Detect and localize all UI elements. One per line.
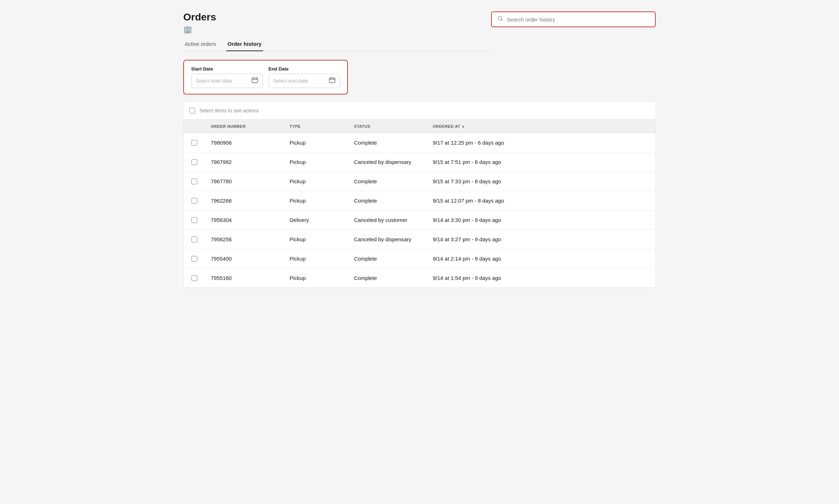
end-date-placeholder: Select end date [273, 78, 308, 84]
th-order-number: ORDER NUMBER [205, 124, 284, 129]
row-checkbox-cell [184, 237, 205, 242]
order-number: 7980906 [205, 140, 284, 146]
end-date-label: End Date [268, 66, 340, 72]
date-filter-container: Start Date Select start date End Date Se… [183, 60, 348, 94]
table-row[interactable]: 7955160 Pickup Complete 9/14 at 1:54 pm … [184, 268, 655, 288]
row-checkbox-cell [184, 256, 205, 262]
select-all-checkbox[interactable] [189, 108, 195, 113]
order-type: Pickup [284, 256, 348, 262]
th-status: STATUS [348, 124, 427, 129]
search-icon [498, 16, 503, 23]
order-date: 9/17 at 12:25 pm - 6 days ago [427, 140, 655, 146]
table-row[interactable]: 7980906 Pickup Complete 9/17 at 12:25 pm… [184, 133, 655, 152]
row-checkbox[interactable] [191, 140, 197, 146]
order-number: 7955400 [205, 256, 284, 262]
actions-row: Select items to see actions [183, 102, 656, 120]
row-checkbox[interactable] [191, 256, 197, 262]
order-date: 9/15 at 7:33 pm - 8 days ago [427, 178, 655, 184]
th-checkbox [184, 124, 205, 129]
store-icon: 🏢 [183, 25, 491, 34]
table-row[interactable]: 7962266 Pickup Complete 9/15 at 12:07 pm… [184, 191, 655, 210]
th-type: TYPE [284, 124, 348, 129]
row-checkbox[interactable] [191, 179, 197, 184]
search-box[interactable] [491, 11, 656, 27]
row-checkbox-cell [184, 140, 205, 146]
order-number: 7956304 [205, 217, 284, 223]
order-status: Canceled by dispensary [348, 236, 427, 242]
end-date-field: End Date Select end date [268, 66, 340, 88]
end-date-calendar-icon [329, 77, 335, 85]
svg-line-1 [501, 20, 503, 21]
order-type: Pickup [284, 178, 348, 184]
end-date-input[interactable]: Select end date [268, 74, 340, 88]
order-date: 9/14 at 3:30 pm - 9 days ago [427, 217, 655, 223]
sort-icon: ∨ [462, 125, 465, 129]
order-type: Delivery [284, 217, 348, 223]
row-checkbox[interactable] [191, 275, 197, 281]
row-checkbox-cell [184, 217, 205, 223]
row-checkbox-cell [184, 275, 205, 281]
svg-rect-6 [329, 78, 335, 83]
table-header: ORDER NUMBER TYPE STATUS ORDERED AT ∨ [184, 120, 655, 133]
tab-active-orders[interactable]: Active orders [183, 37, 218, 51]
tabs-container: Active orders Order history [183, 37, 491, 51]
search-input[interactable] [507, 16, 649, 23]
table-row[interactable]: 7967780 Pickup Complete 9/15 at 7:33 pm … [184, 172, 655, 191]
order-status: Complete [348, 178, 427, 184]
order-type: Pickup [284, 159, 348, 165]
start-date-input[interactable]: Select start date [191, 74, 263, 88]
row-checkbox[interactable] [191, 198, 197, 204]
order-status: Complete [348, 275, 427, 281]
row-checkbox[interactable] [191, 159, 197, 165]
actions-label: Select items to see actions [199, 108, 259, 113]
order-date: 9/14 at 1:54 pm - 9 days ago [427, 275, 655, 281]
order-type: Pickup [284, 275, 348, 281]
start-date-calendar-icon [252, 77, 258, 85]
table-row[interactable]: 7967982 Pickup Canceled by dispensary 9/… [184, 152, 655, 172]
start-date-field: Start Date Select start date [191, 66, 263, 88]
order-date: 9/14 at 3:27 pm - 9 days ago [427, 236, 655, 242]
table-row[interactable]: 7956256 Pickup Canceled by dispensary 9/… [184, 230, 655, 249]
order-number: 7967780 [205, 178, 284, 184]
page-title: Orders [183, 11, 491, 23]
order-status: Canceled by dispensary [348, 159, 427, 165]
row-checkbox-cell [184, 198, 205, 204]
table-row[interactable]: 7955400 Pickup Complete 9/14 at 2:14 pm … [184, 249, 655, 268]
order-number: 7967982 [205, 159, 284, 165]
row-checkbox[interactable] [191, 237, 197, 242]
order-date: 9/14 at 2:14 pm - 9 days ago [427, 256, 655, 262]
order-number: 7962266 [205, 198, 284, 204]
table-row[interactable]: 7956304 Delivery Canceled by customer 9/… [184, 210, 655, 230]
order-status: Complete [348, 198, 427, 204]
order-status: Canceled by customer [348, 217, 427, 223]
order-date: 9/15 at 7:51 pm - 8 days ago [427, 159, 655, 165]
order-type: Pickup [284, 236, 348, 242]
svg-rect-2 [252, 78, 258, 83]
th-ordered-at[interactable]: ORDERED AT ∨ [427, 124, 655, 129]
order-type: Pickup [284, 198, 348, 204]
start-date-label: Start Date [191, 66, 263, 72]
row-checkbox[interactable] [191, 217, 197, 223]
row-checkbox-cell [184, 159, 205, 165]
order-number: 7955160 [205, 275, 284, 281]
order-type: Pickup [284, 140, 348, 146]
order-date: 9/15 at 12:07 pm - 8 days ago [427, 198, 655, 204]
start-date-placeholder: Select start date [196, 78, 232, 84]
tab-order-history[interactable]: Order history [226, 37, 263, 51]
orders-table: ORDER NUMBER TYPE STATUS ORDERED AT ∨ 79… [183, 120, 656, 288]
order-number: 7956256 [205, 236, 284, 242]
order-status: Complete [348, 256, 427, 262]
order-status: Complete [348, 140, 427, 146]
row-checkbox-cell [184, 179, 205, 184]
